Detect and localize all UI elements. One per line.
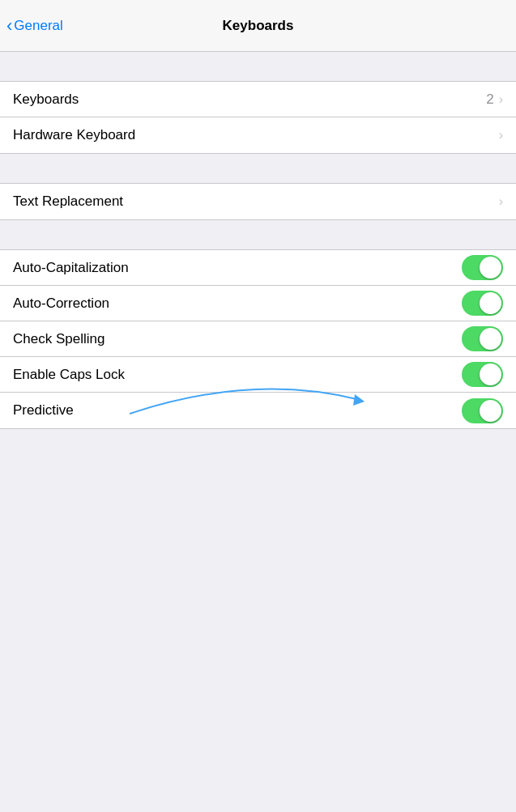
hardware-keyboard-chevron-icon: › — [499, 128, 503, 142]
check-spelling-toggle-knob — [480, 328, 501, 350]
section-spacer-3 — [0, 220, 516, 249]
hardware-keyboard-label: Hardware Keyboard — [13, 127, 135, 143]
table-group-3: Auto-Capitalization Auto-Correction Chec… — [0, 249, 516, 429]
table-group-2: Text Replacement › — [0, 183, 516, 220]
auto-correction-toggle-track — [462, 291, 503, 316]
back-label: General — [14, 18, 62, 34]
auto-correction-toggle-knob — [480, 292, 501, 314]
auto-correction-toggle[interactable] — [462, 291, 503, 316]
auto-capitalization-toggle[interactable] — [462, 255, 503, 280]
text-replacement-row[interactable]: Text Replacement › — [0, 184, 516, 219]
enable-caps-lock-toggle-knob — [480, 363, 501, 385]
enable-caps-lock-label: Enable Caps Lock — [13, 367, 125, 383]
back-button[interactable]: ‹ General — [6, 17, 63, 35]
predictive-label: Predictive — [13, 402, 74, 419]
predictive-toggle-knob — [480, 400, 501, 422]
navigation-bar: ‹ General Keyboards — [0, 0, 516, 52]
section-spacer-1 — [0, 52, 516, 81]
keyboards-label: Keyboards — [13, 91, 79, 108]
predictive-toggle-track — [462, 398, 503, 423]
check-spelling-row: Check Spelling — [0, 321, 516, 357]
text-replacement-chevron-icon: › — [499, 194, 503, 209]
enable-caps-lock-toggle-track — [462, 362, 503, 387]
table-group-1: Keyboards 2 › Hardware Keyboard › — [0, 81, 516, 154]
check-spelling-label: Check Spelling — [13, 331, 104, 347]
keyboards-row-right: 2 › — [486, 91, 503, 108]
check-spelling-toggle-track — [462, 326, 503, 351]
section-spacer-2 — [0, 154, 516, 183]
page-title: Keyboards — [223, 18, 294, 34]
enable-caps-lock-toggle[interactable] — [462, 362, 503, 387]
predictive-row: Predictive — [0, 393, 516, 428]
back-chevron-icon: ‹ — [6, 17, 12, 35]
predictive-toggle[interactable] — [462, 398, 503, 423]
hardware-keyboard-row-right: › — [499, 128, 503, 142]
keyboards-chevron-icon: › — [499, 92, 503, 107]
auto-capitalization-toggle-track — [462, 255, 503, 280]
auto-correction-row: Auto-Correction — [0, 286, 516, 321]
auto-capitalization-toggle-knob — [480, 257, 501, 278]
text-replacement-label: Text Replacement — [13, 193, 123, 210]
hardware-keyboard-row[interactable]: Hardware Keyboard › — [0, 117, 516, 153]
auto-capitalization-label: Auto-Capitalization — [13, 260, 129, 276]
text-replacement-row-right: › — [499, 194, 503, 209]
keyboards-row[interactable]: Keyboards 2 › — [0, 82, 516, 117]
keyboards-value: 2 — [486, 91, 493, 108]
auto-capitalization-row: Auto-Capitalization — [0, 250, 516, 286]
enable-caps-lock-row: Enable Caps Lock — [0, 357, 516, 393]
check-spelling-toggle[interactable] — [462, 326, 503, 351]
auto-correction-label: Auto-Correction — [13, 295, 109, 312]
svg-marker-0 — [353, 394, 365, 406]
